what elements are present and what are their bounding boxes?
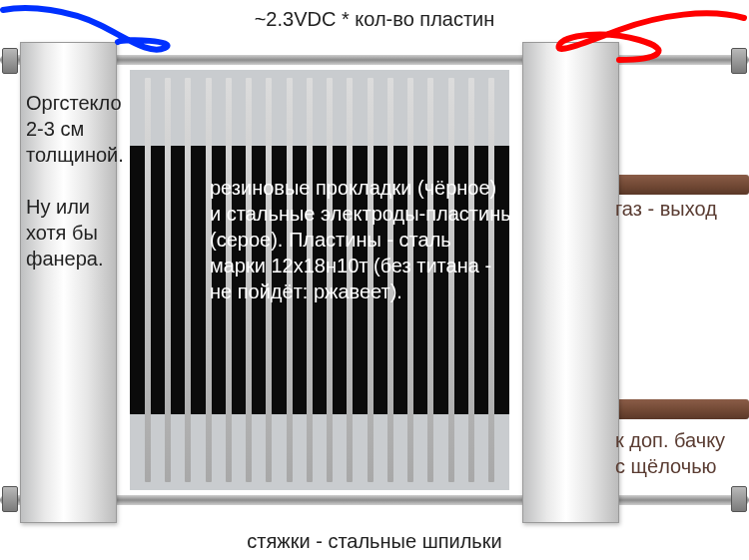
nut-bottom-right — [731, 486, 747, 512]
end-plate-right — [522, 42, 619, 523]
electrolyte-pipe — [614, 399, 749, 419]
core-description-label: резиновые прокладки (чёрное) и стальные … — [210, 175, 524, 304]
text-line: Ну или — [26, 196, 90, 218]
electrolyte-tank-label: к доп. бачку с щёлочью — [615, 427, 745, 479]
text-line: толщиной. — [26, 144, 124, 166]
gas-outlet-pipe — [614, 175, 749, 195]
nut-bottom-left — [2, 486, 18, 512]
gas-outlet-label: газ - выход — [615, 196, 745, 222]
tie-rod-label: стяжки - стальные шпильки — [0, 528, 749, 554]
nut-top-right — [731, 48, 747, 74]
electrolyzer-diagram: ~2.3VDC * кол-во пластин стяжки - стальн… — [0, 0, 749, 560]
text-line: резиновые прокладки (чёрное) — [210, 177, 496, 199]
end-plate-material-label: Оргстекло 2-3 см толщиной. Ну или хотя б… — [26, 90, 146, 272]
nut-top-left — [2, 48, 18, 74]
text-line: Оргстекло — [26, 92, 122, 114]
text-line: хотя бы — [26, 222, 98, 244]
text-line: 2-3 см — [26, 118, 84, 140]
voltage-label: ~2.3VDC * кол-во пластин — [0, 6, 749, 32]
text-line: к доп. бачку — [615, 429, 725, 451]
text-line: и стальные электроды-пластины — [210, 203, 515, 225]
text-line: (серое). Пластины - сталь — [210, 229, 451, 251]
electrode-plate — [185, 78, 191, 482]
text-line: не пойдёт: ржавеет). — [210, 280, 402, 302]
text-line: фанера. — [26, 248, 104, 270]
text-line: с щёлочью — [615, 455, 717, 477]
electrode-plate — [165, 78, 171, 482]
text-line: марки 12х18н10т (без титана - — [210, 255, 491, 277]
